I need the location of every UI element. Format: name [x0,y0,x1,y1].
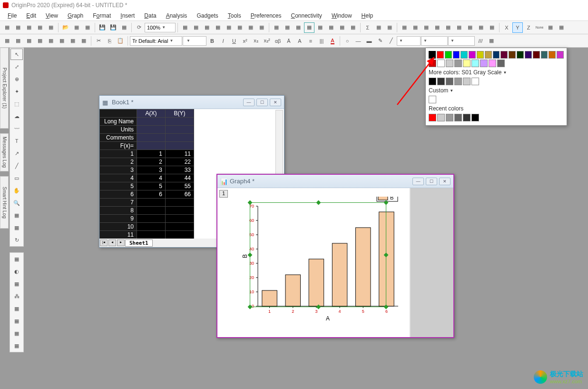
color-swatch[interactable] [471,60,479,67]
tool-icon[interactable]: ▦ [68,36,78,46]
tool-icon[interactable]: ▦ [2,36,12,46]
tool-icon[interactable]: ▦ [180,22,190,33]
bold-icon[interactable]: B [207,36,217,46]
color-swatch[interactable] [497,60,505,67]
tab-nav-prev[interactable]: ◂ [108,239,116,246]
sheet-tab[interactable]: Sheet1 [125,239,153,247]
tool-icon[interactable]: ▦ [224,22,234,33]
color-swatch[interactable] [463,60,470,67]
color-swatch[interactable] [557,51,564,59]
tool-icon[interactable]: ▦ [326,22,336,33]
menu-file[interactable]: File [4,11,20,20]
color-swatch[interactable] [469,51,476,59]
fillcolor-combo[interactable]: ▼ [448,36,475,46]
text-icon[interactable]: T [10,135,23,147]
tool-icon[interactable]: ▦ [13,36,23,46]
fontcolor-icon[interactable]: A [327,36,338,46]
tool-icon[interactable]: ▦ [465,22,475,33]
fontsize-combo[interactable]: ▼ [183,36,206,46]
tool-icon[interactable]: ▦ [10,328,23,339]
color-swatch[interactable] [541,51,548,59]
tool-icon[interactable]: ▦ [271,22,282,33]
color-swatch[interactable] [493,51,500,59]
color-swatch[interactable] [429,60,436,67]
color-swatch[interactable] [429,78,436,85]
zoom-icon[interactable]: 🔍 [10,197,23,209]
color-swatch[interactable] [437,114,445,121]
menu-window[interactable]: Window [328,11,356,20]
menu-format[interactable]: Format [89,11,115,20]
mask-icon[interactable]: ☁ [10,110,23,122]
color-swatch[interactable] [549,51,556,59]
linestyle-icon[interactable]: ╱ [386,36,396,46]
insert-icon[interactable]: ▦ [10,222,23,233]
superscript-icon[interactable]: x² [240,36,250,46]
tool-icon[interactable]: ▦ [191,22,201,33]
tool-icon[interactable]: ▦ [486,36,497,46]
table-row[interactable]: 10 [100,223,194,231]
menu-view[interactable]: View [42,11,62,20]
tool-icon[interactable]: ▦ [282,22,293,33]
tool-icon[interactable]: ▦ [24,36,34,46]
table-row[interactable]: 3333 [100,166,194,174]
data-selector-icon[interactable]: ⬚ [10,98,23,110]
color-swatch[interactable] [437,51,444,59]
new-project-icon[interactable]: ▦ [2,22,12,33]
tool-icon[interactable]: ▦ [10,315,23,327]
tool-icon[interactable]: ▦ [245,22,256,33]
menu-data[interactable]: Data [140,11,160,20]
project-explorer-tab[interactable]: Project Explorer (1) [0,48,9,129]
pen-icon[interactable]: ✎ [375,36,385,46]
color-swatch[interactable] [525,51,532,59]
export-icon[interactable]: ▦ [119,22,129,33]
font-combo[interactable]: Tr Default: Arial▼ [130,36,182,46]
subsuper-icon[interactable]: x₂² [262,36,272,46]
tab-nav-first[interactable]: |◂ [100,239,108,246]
maximize-button[interactable]: ☐ [426,178,437,185]
menu-tools[interactable]: Tools [224,11,245,20]
tool-icon[interactable]: ▦ [443,22,453,33]
color-swatch[interactable] [437,78,445,85]
scale-icon[interactable]: ⤢ [10,61,23,72]
tool-icon[interactable]: ▦ [202,22,212,33]
tool-icon[interactable]: ▦ [454,22,464,33]
tool-icon[interactable]: ▦ [337,22,347,33]
tool-icon[interactable]: ▦ [410,22,421,33]
color-swatch[interactable] [533,51,540,59]
menu-help[interactable]: Help [358,11,377,20]
tab-nav-next[interactable]: ▸ [117,239,125,246]
worksheet-table[interactable]: A(X)B(Y) Long Name Units Comments F(x)= … [99,109,194,239]
tool-icon[interactable]: ▦ [384,22,395,33]
linecolor-combo[interactable]: ▼ [421,36,448,46]
tool-icon[interactable]: ▦ [235,22,245,33]
menu-graph[interactable]: Graph [64,11,87,20]
close-button[interactable]: ✕ [439,178,451,185]
tool-icon[interactable]: ⁂ [10,290,23,302]
color-swatch[interactable] [454,78,462,85]
line-tool-icon[interactable]: ╱ [10,160,23,171]
paste-icon[interactable]: 📋 [115,36,126,46]
custom-color-label[interactable]: Custom▼ [429,87,564,94]
color-swatch[interactable] [453,51,460,59]
open-template-icon[interactable]: ▦ [71,22,82,33]
color-swatch[interactable] [446,114,453,121]
maximize-button[interactable]: ☐ [256,99,268,106]
color-swatch[interactable] [477,51,484,59]
table-row[interactable]: 1111 [100,150,194,158]
menu-gadgets[interactable]: Gadgets [193,11,222,20]
tool-icon[interactable]: ▦ [35,36,45,46]
color-swatch[interactable] [463,78,470,85]
table-row[interactable]: 11 [100,231,194,239]
table-row[interactable]: 8 [100,207,194,215]
table-row[interactable]: 4444 [100,174,194,182]
graph-titlebar[interactable]: 📊 Graph4 * — ☐ ✕ [217,175,453,188]
underline-icon[interactable]: U [229,36,239,46]
tool-icon[interactable]: ▦ [373,22,384,33]
tool-icon[interactable]: ▦ [213,22,223,33]
color-swatch[interactable] [463,114,470,121]
color-swatch[interactable] [437,60,445,67]
zoom-combo[interactable]: 100%▼ [145,23,176,32]
rotate-icon[interactable]: ↻ [10,234,23,246]
menu-edit[interactable]: Edit [22,11,40,20]
bigfont-icon[interactable]: Ā [284,36,294,46]
